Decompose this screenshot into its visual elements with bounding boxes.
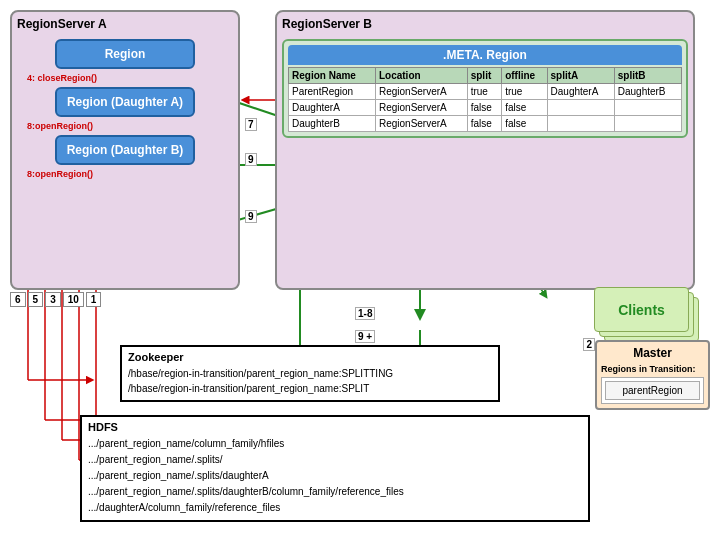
zookeeper-content: /hbase/region-in-transition/parent_regio… — [128, 366, 492, 396]
col-location: Location — [375, 68, 467, 84]
master-parent-region: parentRegion — [605, 381, 700, 400]
cell-loc-3: RegionServerA — [375, 116, 467, 132]
cell-daughter-b: DaughterB — [289, 116, 376, 132]
cell-offline-1: true — [502, 84, 547, 100]
zookeeper-box: Zookeeper /hbase/region-in-transition/pa… — [120, 345, 500, 402]
region-server-b-title: RegionServer B — [282, 17, 688, 31]
cell-split-2: false — [467, 100, 501, 116]
cell-split-3: false — [467, 116, 501, 132]
step-1-8-label: 1-8 — [355, 307, 375, 320]
cell-parent-region: ParentRegion — [289, 84, 376, 100]
open-region-a-label: 8:openRegion() — [27, 121, 233, 131]
cell-split-1: true — [467, 84, 501, 100]
close-region-label: 4: closeRegion() — [27, 73, 233, 83]
hdfs-title: HDFS — [88, 421, 582, 433]
cell-loc-1: RegionServerA — [375, 84, 467, 100]
cell-splitb-1: DaughterB — [614, 84, 681, 100]
step-9a-label: 9 — [245, 153, 257, 166]
cell-splita-2 — [547, 100, 614, 116]
step-2-label: 2 — [583, 338, 595, 351]
master-box: Master Regions in Transition: parentRegi… — [595, 340, 710, 410]
steps-row: 6 5 3 10 1 — [10, 292, 101, 307]
region-box-main[interactable]: Region — [55, 39, 195, 69]
col-splitb: splitB — [614, 68, 681, 84]
step-7-label: 7 — [245, 118, 257, 131]
master-region-inner: parentRegion — [601, 377, 704, 404]
zookeeper-title: Zookeeper — [128, 351, 492, 363]
hdfs-box: HDFS .../parent_region_name/column_famil… — [80, 415, 590, 522]
hdfs-line-5: .../daughterA/column_family/reference_fi… — [88, 500, 582, 516]
step-5: 5 — [28, 292, 44, 307]
hdfs-line-2: .../parent_region_name/.splits/ — [88, 452, 582, 468]
hdfs-line-1: .../parent_region_name/column_family/hfi… — [88, 436, 582, 452]
hdfs-line-3: .../parent_region_name/.splits/daughterA — [88, 468, 582, 484]
table-row: DaughterA RegionServerA false false — [289, 100, 682, 116]
region-box-daughter-a[interactable]: Region (Daughter A) — [55, 87, 195, 117]
master-rit: Regions in Transition: — [601, 364, 704, 374]
step-1: 1 — [86, 292, 102, 307]
meta-title: .META. Region — [288, 45, 682, 65]
meta-table: Region Name Location split offline split… — [288, 67, 682, 132]
cell-splitb-3 — [614, 116, 681, 132]
col-split: split — [467, 68, 501, 84]
cell-splita-1: DaughterA — [547, 84, 614, 100]
clients-label: Clients — [594, 287, 689, 332]
step-9b-label: 9 — [245, 210, 257, 223]
cell-splita-3 — [547, 116, 614, 132]
cell-offline-2: false — [502, 100, 547, 116]
cell-daughter-a: DaughterA — [289, 100, 376, 116]
meta-table-container: .META. Region Region Name Location split… — [282, 39, 688, 138]
table-row: DaughterB RegionServerA false false — [289, 116, 682, 132]
region-server-a: RegionServer A Region 4: closeRegion() R… — [10, 10, 240, 290]
open-region-b-label: 8:openRegion() — [27, 169, 233, 179]
region-box-daughter-b[interactable]: Region (Daughter B) — [55, 135, 195, 165]
cell-splitb-2 — [614, 100, 681, 116]
zookeeper-line-2: /hbase/region-in-transition/parent_regio… — [128, 381, 492, 396]
table-row: ParentRegion RegionServerA true true Dau… — [289, 84, 682, 100]
region-server-b: RegionServer B .META. Region Region Name… — [275, 10, 695, 290]
col-splita: splitA — [547, 68, 614, 84]
step-9plus-label: 9 + — [355, 330, 375, 343]
col-region-name: Region Name — [289, 68, 376, 84]
hdfs-content: .../parent_region_name/column_family/hfi… — [88, 436, 582, 516]
cell-loc-2: RegionServerA — [375, 100, 467, 116]
region-server-a-title: RegionServer A — [17, 17, 233, 31]
col-offline: offline — [502, 68, 547, 84]
step-3: 3 — [45, 292, 61, 307]
master-title: Master — [601, 346, 704, 360]
step-10: 10 — [63, 292, 84, 307]
hdfs-line-4: .../parent_region_name/.splits/daughterB… — [88, 484, 582, 500]
step-6: 6 — [10, 292, 26, 307]
cell-offline-3: false — [502, 116, 547, 132]
zookeeper-line-1: /hbase/region-in-transition/parent_regio… — [128, 366, 492, 381]
